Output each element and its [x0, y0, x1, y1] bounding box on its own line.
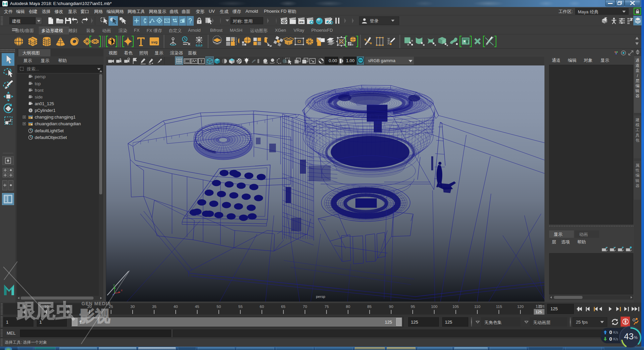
svg-text:65: 65 [281, 305, 286, 309]
svg-text:70: 70 [303, 305, 307, 309]
svg-text:80: 80 [346, 305, 350, 309]
svg-text:125: 125 [535, 304, 542, 308]
svg-text:55: 55 [238, 305, 243, 309]
svg-text:90: 90 [389, 305, 393, 309]
svg-text:45: 45 [195, 305, 199, 309]
svg-text:75: 75 [325, 305, 329, 309]
svg-text:svg: svg [151, 40, 158, 44]
svg-text:115: 115 [496, 305, 502, 309]
svg-text:110: 110 [474, 305, 480, 309]
svg-text:125: 125 [535, 310, 542, 314]
svg-text:T: T [200, 59, 203, 64]
svg-text:105: 105 [452, 305, 459, 309]
svg-text:60: 60 [260, 305, 264, 309]
svg-text:95: 95 [411, 305, 415, 309]
svg-text:120: 120 [517, 305, 523, 309]
svg-text:0,0,0: 0,0,0 [196, 44, 202, 47]
svg-text:85: 85 [367, 305, 372, 309]
svg-text:IPR: IPR [299, 21, 304, 24]
svg-text:50: 50 [217, 305, 221, 309]
svg-text:40: 40 [174, 305, 178, 309]
svg-text:100: 100 [431, 305, 437, 309]
